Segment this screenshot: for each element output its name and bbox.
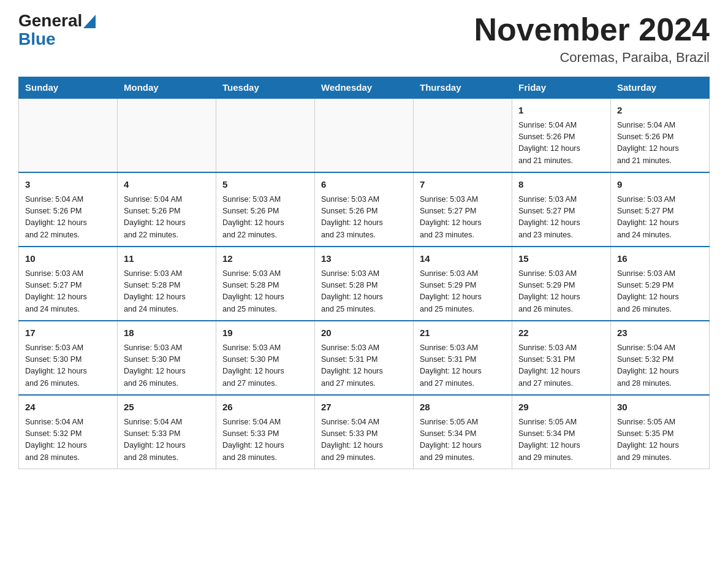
- day-info: Sunrise: 5:03 AMSunset: 5:31 PMDaylight:…: [321, 342, 407, 390]
- week-row-4: 24Sunrise: 5:04 AMSunset: 5:32 PMDayligh…: [19, 395, 710, 469]
- calendar-cell: 28Sunrise: 5:05 AMSunset: 5:34 PMDayligh…: [414, 395, 512, 469]
- day-number: 14: [420, 252, 506, 266]
- day-info: Sunrise: 5:04 AMSunset: 5:32 PMDaylight:…: [617, 342, 703, 390]
- day-info: Sunrise: 5:03 AMSunset: 5:30 PMDaylight:…: [25, 342, 111, 390]
- day-number: 24: [25, 400, 111, 415]
- calendar-table: Sunday Monday Tuesday Wednesday Thursday…: [18, 77, 710, 469]
- calendar-cell: 10Sunrise: 5:03 AMSunset: 5:27 PMDayligh…: [19, 247, 118, 321]
- week-row-2: 10Sunrise: 5:03 AMSunset: 5:27 PMDayligh…: [19, 247, 710, 321]
- day-number: 4: [124, 178, 210, 192]
- day-info: Sunrise: 5:04 AMSunset: 5:33 PMDaylight:…: [222, 416, 308, 464]
- day-info: Sunrise: 5:03 AMSunset: 5:29 PMDaylight:…: [420, 268, 506, 316]
- calendar-cell: 21Sunrise: 5:03 AMSunset: 5:31 PMDayligh…: [414, 321, 512, 395]
- day-number: 8: [518, 178, 604, 192]
- day-number: 13: [321, 252, 407, 266]
- calendar-cell: 7Sunrise: 5:03 AMSunset: 5:27 PMDaylight…: [414, 172, 512, 247]
- day-info: Sunrise: 5:03 AMSunset: 5:27 PMDaylight:…: [518, 194, 604, 242]
- day-number: 26: [222, 400, 308, 415]
- day-number: 15: [518, 252, 604, 266]
- calendar-cell: 23Sunrise: 5:04 AMSunset: 5:32 PMDayligh…: [611, 321, 710, 395]
- calendar-cell: [414, 98, 512, 172]
- calendar-cell: 17Sunrise: 5:03 AMSunset: 5:30 PMDayligh…: [19, 321, 118, 395]
- svg-marker-0: [83, 15, 96, 28]
- logo-blue: Blue: [18, 29, 56, 49]
- day-info: Sunrise: 5:04 AMSunset: 5:32 PMDaylight:…: [25, 416, 111, 464]
- calendar-cell: 14Sunrise: 5:03 AMSunset: 5:29 PMDayligh…: [414, 247, 512, 321]
- logo-general: General: [18, 12, 82, 29]
- day-info: Sunrise: 5:03 AMSunset: 5:30 PMDaylight:…: [222, 342, 308, 390]
- logo: General Blue: [18, 12, 96, 49]
- calendar-title: November 2024: [474, 12, 710, 47]
- weekday-header-row: Sunday Monday Tuesday Wednesday Thursday…: [19, 77, 710, 99]
- week-row-3: 17Sunrise: 5:03 AMSunset: 5:30 PMDayligh…: [19, 321, 710, 395]
- calendar-cell: 6Sunrise: 5:03 AMSunset: 5:26 PMDaylight…: [315, 172, 414, 247]
- calendar-cell: 18Sunrise: 5:03 AMSunset: 5:30 PMDayligh…: [118, 321, 216, 395]
- day-number: 21: [420, 326, 506, 340]
- day-info: Sunrise: 5:03 AMSunset: 5:26 PMDaylight:…: [321, 194, 407, 242]
- calendar-cell: 8Sunrise: 5:03 AMSunset: 5:27 PMDaylight…: [512, 172, 611, 247]
- day-number: 22: [518, 326, 604, 340]
- calendar-cell: 26Sunrise: 5:04 AMSunset: 5:33 PMDayligh…: [216, 395, 315, 469]
- calendar-cell: [216, 98, 315, 172]
- calendar-cell: 5Sunrise: 5:03 AMSunset: 5:26 PMDaylight…: [216, 172, 315, 247]
- day-info: Sunrise: 5:03 AMSunset: 5:28 PMDaylight:…: [321, 268, 407, 316]
- day-number: 5: [222, 178, 308, 192]
- calendar-cell: 4Sunrise: 5:04 AMSunset: 5:26 PMDaylight…: [118, 172, 216, 247]
- day-info: Sunrise: 5:03 AMSunset: 5:26 PMDaylight:…: [222, 194, 308, 242]
- day-info: Sunrise: 5:04 AMSunset: 5:26 PMDaylight:…: [518, 120, 604, 167]
- calendar-location: Coremas, Paraiba, Brazil: [474, 50, 710, 66]
- day-info: Sunrise: 5:03 AMSunset: 5:27 PMDaylight:…: [617, 194, 703, 242]
- day-info: Sunrise: 5:04 AMSunset: 5:26 PMDaylight:…: [124, 194, 210, 242]
- day-number: 19: [222, 326, 308, 340]
- calendar-cell: 15Sunrise: 5:03 AMSunset: 5:29 PMDayligh…: [512, 247, 611, 321]
- calendar-cell: [315, 98, 414, 172]
- header-thursday: Thursday: [414, 77, 512, 99]
- day-info: Sunrise: 5:05 AMSunset: 5:34 PMDaylight:…: [518, 416, 604, 464]
- calendar-cell: 16Sunrise: 5:03 AMSunset: 5:29 PMDayligh…: [611, 247, 710, 321]
- calendar-cell: 24Sunrise: 5:04 AMSunset: 5:32 PMDayligh…: [19, 395, 118, 469]
- calendar-cell: 13Sunrise: 5:03 AMSunset: 5:28 PMDayligh…: [315, 247, 414, 321]
- day-number: 17: [25, 326, 111, 340]
- day-info: Sunrise: 5:03 AMSunset: 5:31 PMDaylight:…: [420, 342, 506, 390]
- calendar-cell: 29Sunrise: 5:05 AMSunset: 5:34 PMDayligh…: [512, 395, 611, 469]
- day-number: 10: [25, 252, 111, 266]
- header-saturday: Saturday: [611, 77, 710, 99]
- day-info: Sunrise: 5:04 AMSunset: 5:33 PMDaylight:…: [321, 416, 407, 464]
- header-monday: Monday: [118, 77, 216, 99]
- day-number: 12: [222, 252, 308, 266]
- day-number: 16: [617, 252, 703, 266]
- day-number: 7: [420, 178, 506, 192]
- day-info: Sunrise: 5:03 AMSunset: 5:28 PMDaylight:…: [124, 268, 210, 316]
- day-number: 2: [617, 104, 703, 118]
- day-info: Sunrise: 5:03 AMSunset: 5:27 PMDaylight:…: [420, 194, 506, 242]
- calendar-cell: 19Sunrise: 5:03 AMSunset: 5:30 PMDayligh…: [216, 321, 315, 395]
- calendar-cell: 20Sunrise: 5:03 AMSunset: 5:31 PMDayligh…: [315, 321, 414, 395]
- day-number: 18: [124, 326, 210, 340]
- day-info: Sunrise: 5:03 AMSunset: 5:28 PMDaylight:…: [222, 268, 308, 316]
- week-row-0: 1Sunrise: 5:04 AMSunset: 5:26 PMDaylight…: [19, 98, 710, 172]
- calendar-cell: [19, 98, 118, 172]
- day-info: Sunrise: 5:03 AMSunset: 5:29 PMDaylight:…: [617, 268, 703, 316]
- calendar-cell: 30Sunrise: 5:05 AMSunset: 5:35 PMDayligh…: [611, 395, 710, 469]
- day-info: Sunrise: 5:03 AMSunset: 5:30 PMDaylight:…: [124, 342, 210, 390]
- calendar-cell: 27Sunrise: 5:04 AMSunset: 5:33 PMDayligh…: [315, 395, 414, 469]
- calendar-cell: 11Sunrise: 5:03 AMSunset: 5:28 PMDayligh…: [118, 247, 216, 321]
- day-info: Sunrise: 5:04 AMSunset: 5:26 PMDaylight:…: [25, 194, 111, 242]
- calendar-cell: [118, 98, 216, 172]
- calendar-cell: 3Sunrise: 5:04 AMSunset: 5:26 PMDaylight…: [19, 172, 118, 247]
- day-number: 6: [321, 178, 407, 192]
- calendar-cell: 22Sunrise: 5:03 AMSunset: 5:31 PMDayligh…: [512, 321, 611, 395]
- logo-triangle-icon: [83, 15, 96, 28]
- calendar-cell: 9Sunrise: 5:03 AMSunset: 5:27 PMDaylight…: [611, 172, 710, 247]
- day-info: Sunrise: 5:05 AMSunset: 5:34 PMDaylight:…: [420, 416, 506, 464]
- day-info: Sunrise: 5:04 AMSunset: 5:26 PMDaylight:…: [617, 120, 703, 167]
- day-number: 29: [518, 400, 604, 415]
- calendar-cell: 1Sunrise: 5:04 AMSunset: 5:26 PMDaylight…: [512, 98, 611, 172]
- day-info: Sunrise: 5:03 AMSunset: 5:27 PMDaylight:…: [25, 268, 111, 316]
- header-tuesday: Tuesday: [216, 77, 315, 99]
- day-number: 20: [321, 326, 407, 340]
- day-number: 28: [420, 400, 506, 415]
- day-info: Sunrise: 5:05 AMSunset: 5:35 PMDaylight:…: [617, 416, 703, 464]
- day-info: Sunrise: 5:03 AMSunset: 5:31 PMDaylight:…: [518, 342, 604, 390]
- header-wednesday: Wednesday: [315, 77, 414, 99]
